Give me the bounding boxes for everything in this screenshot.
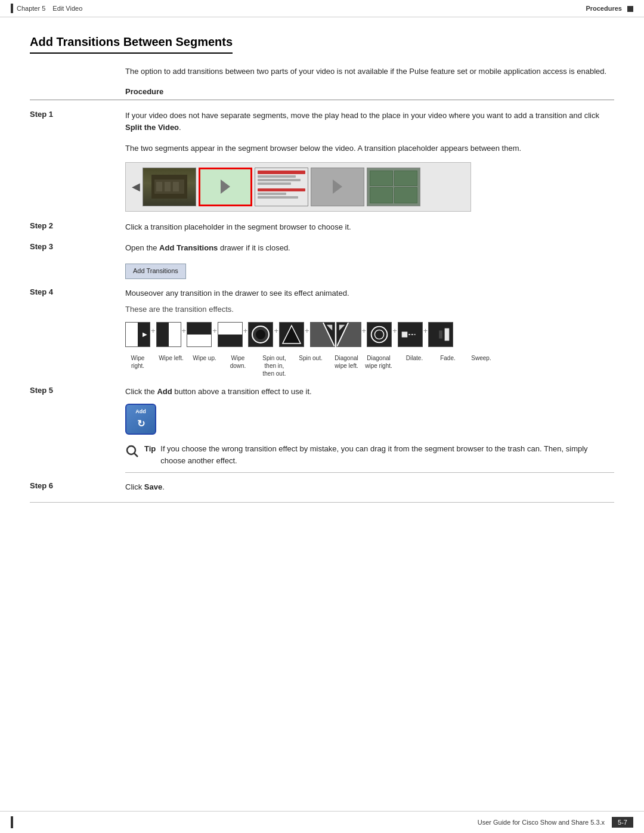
effect-sweep xyxy=(428,322,453,349)
sweep-icon xyxy=(428,322,453,347)
step-4-text: Mouseover any transition in the drawer t… xyxy=(125,289,349,298)
label-dilate: Dilate. xyxy=(402,354,427,362)
diagonal-left-icon xyxy=(310,322,335,347)
seg-thumb-4 xyxy=(311,168,364,206)
step-1-label: Step 1 xyxy=(30,110,125,119)
seg-prev-arrow[interactable]: ◀ xyxy=(132,180,140,193)
step-5-bold: Add xyxy=(157,387,172,396)
step-3: Step 3 Open the Add Transitions drawer i… xyxy=(30,242,614,279)
svg-rect-4 xyxy=(173,182,179,191)
thumb-ui-row-4 xyxy=(258,193,286,195)
step-4: Step 4 Mouseover any transition in the d… xyxy=(30,287,614,377)
effect-wipe-left xyxy=(156,322,181,349)
plus-3: + xyxy=(212,325,218,337)
seg-thumb-3 xyxy=(255,168,308,206)
wipe-up-icon xyxy=(187,322,212,347)
footer-guide-text: User Guide for Cisco Show and Share 5.3.… xyxy=(478,819,605,826)
step-3-content: Open the Add Transitions drawer if it is… xyxy=(125,242,614,279)
step-5-text-before: Click the xyxy=(125,387,157,396)
plus-6: + xyxy=(304,325,310,337)
effect-fade xyxy=(398,322,423,349)
effect-wipe-right: ▶ xyxy=(125,322,150,349)
seg-thumb-2-selected xyxy=(199,168,252,206)
effect-spin-out xyxy=(279,322,304,349)
wipe-right-icon: ▶ xyxy=(125,322,150,347)
add-transition-button-image[interactable]: Add ↻ xyxy=(125,404,156,435)
fade-icon xyxy=(398,322,423,347)
seg-thumb-5 xyxy=(367,168,420,206)
wipe-down-icon xyxy=(218,322,243,347)
thumb-ui-row-1 xyxy=(258,175,296,178)
step-5-content: Click the Add button above a transition … xyxy=(125,386,614,473)
label-wipe-down: Wipe down. xyxy=(225,354,250,370)
grid-cell-4 xyxy=(394,187,417,203)
step-3-bold: Add Transitions xyxy=(159,243,218,252)
svg-rect-22 xyxy=(401,332,407,337)
tip-section: Tip If you choose the wrong transition e… xyxy=(125,443,614,466)
svg-point-8 xyxy=(256,330,265,339)
thumb-film xyxy=(143,168,196,206)
label-diagonal-right: Diagonal wipe right. xyxy=(364,354,394,370)
svg-rect-25 xyxy=(445,328,450,340)
header-bar: Chapter 5 Edit Video Procedures xyxy=(0,0,644,17)
step-1-content: If your video does not have separate seg… xyxy=(125,110,614,135)
svg-rect-2 xyxy=(156,182,162,191)
label-fade: Fade. xyxy=(435,354,460,362)
step-3-text-after: drawer if it is closed. xyxy=(218,243,290,252)
add-transitions-button[interactable]: Add Transitions xyxy=(125,264,186,279)
diagonal-right-icon xyxy=(336,322,361,347)
plus-10: + xyxy=(423,325,429,337)
step-1-continuation: The two segments appear in the segment b… xyxy=(125,143,614,155)
label-wipe-up: Wipe up. xyxy=(192,354,217,362)
footer-page-number: 5-7 xyxy=(612,817,633,828)
step-2-label: Step 2 xyxy=(30,221,125,230)
tip-divider xyxy=(125,472,614,473)
intro-text: The option to add transitions between tw… xyxy=(125,66,614,78)
step-6: Step 6 Click Save. xyxy=(30,481,614,494)
step-6-bold: Save xyxy=(144,482,162,491)
add-btn-label: Add xyxy=(135,407,146,416)
plus-1: + xyxy=(150,325,156,337)
label-wipe-left: Wipe left. xyxy=(159,354,184,362)
step-4-content: Mouseover any transition in the drawer t… xyxy=(125,287,614,377)
thumb-ui-sim xyxy=(255,168,308,206)
step-6-content: Click Save. xyxy=(125,481,614,494)
step-4-label: Step 4 xyxy=(30,287,125,296)
plus-9: + xyxy=(392,325,398,337)
plus-2: + xyxy=(181,325,187,337)
step-2-content: Click a transition placeholder in the se… xyxy=(125,221,614,234)
effects-icons-row: ▶ + + xyxy=(125,322,614,349)
procedure-divider xyxy=(30,100,614,100)
thumb-ui-bar-1 xyxy=(258,171,305,174)
header-right-indicator xyxy=(627,6,633,12)
label-sweep: Sweep. xyxy=(469,354,494,362)
label-diagonal-left: Diagonal wipe left. xyxy=(332,354,361,370)
header-bar-indicator xyxy=(11,4,13,13)
effect-diagonal-left xyxy=(310,322,335,349)
footer: User Guide for Cisco Show and Share 5.3.… xyxy=(0,811,644,833)
chapter-label: Chapter 5 xyxy=(17,5,45,12)
step-6-divider xyxy=(30,502,614,503)
procedure-label: Procedure xyxy=(125,87,614,96)
step-1: Step 1 If your video does not have separ… xyxy=(30,110,614,135)
step-5-text-after: button above a transition effect to use … xyxy=(172,387,312,396)
thumb-ui-row-3 xyxy=(258,182,291,185)
svg-rect-26 xyxy=(439,330,442,338)
step-6-label: Step 6 xyxy=(30,481,125,490)
step-6-text-after: . xyxy=(162,482,165,491)
grid-cell-1 xyxy=(370,171,393,187)
plus-4: + xyxy=(243,325,249,337)
tip-content: Tip If you choose the wrong transition e… xyxy=(144,443,614,466)
step-3-label: Step 3 xyxy=(30,242,125,251)
effect-wipe-down xyxy=(218,322,243,349)
grid-cell-3 xyxy=(370,187,393,203)
step-5: Step 5 Click the Add button above a tran… xyxy=(30,386,614,473)
label-wipe-right: Wipe right. xyxy=(125,354,150,370)
spin-out-in-out-icon xyxy=(248,322,273,347)
wipe-left-icon xyxy=(156,322,181,347)
step-1-text-before: If your video does not have separate seg… xyxy=(125,111,599,120)
dilate-icon xyxy=(367,322,392,347)
main-content: Add Transitions Between Segments The opt… xyxy=(0,17,644,538)
page-title: Add Transitions Between Segments xyxy=(30,35,233,54)
effect-spin-out-in-out xyxy=(248,322,273,349)
